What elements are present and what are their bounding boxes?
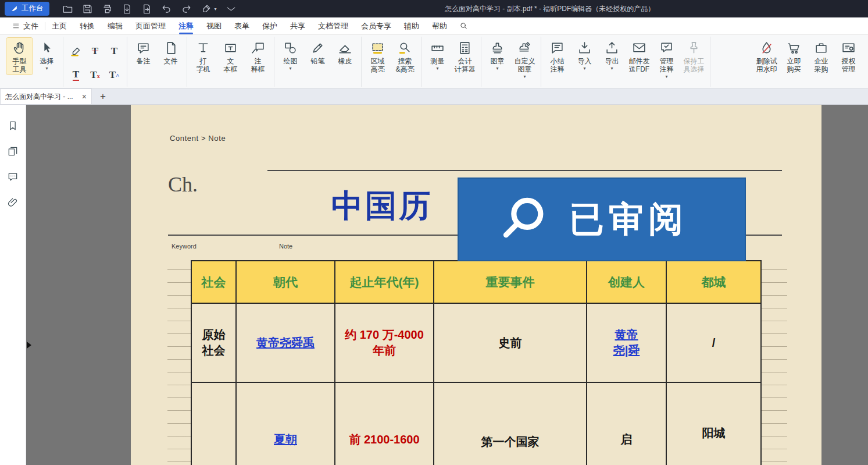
file-attachment-button[interactable]: 文件 bbox=[158, 38, 184, 66]
insert-text-button[interactable] bbox=[106, 65, 123, 86]
highlight-text-button[interactable] bbox=[67, 41, 85, 62]
open-folder-icon[interactable] bbox=[62, 3, 73, 15]
tool-label: 橡皮 bbox=[338, 57, 352, 65]
menu-page-management[interactable]: 页面管理 bbox=[129, 17, 172, 35]
enterprise-purchase-button[interactable]: 企业 采购 bbox=[808, 38, 834, 74]
briefcase-icon bbox=[814, 41, 828, 55]
menu-member-exclusive[interactable]: 会员专享 bbox=[355, 17, 398, 35]
redo-icon[interactable] bbox=[181, 3, 192, 15]
manage-comments-button[interactable]: 管理 注释 bbox=[653, 38, 680, 80]
tool-label: 删除试 用水印 bbox=[756, 57, 777, 73]
custom-stamp-icon bbox=[517, 41, 532, 55]
customize-toolbar-chevron-icon[interactable] bbox=[226, 3, 237, 15]
textbox-button[interactable]: 文 本框 bbox=[217, 38, 244, 74]
tool-label: 管理 注释 bbox=[660, 57, 674, 73]
calculator-icon bbox=[458, 41, 472, 55]
chevron-down-icon bbox=[45, 67, 48, 70]
search-icon bbox=[459, 22, 468, 30]
summary-note-icon bbox=[550, 41, 565, 55]
founder-link[interactable]: 黄帝 bbox=[615, 327, 638, 343]
select-tool-button[interactable]: 选择 bbox=[34, 38, 60, 72]
extract-page-icon[interactable] bbox=[141, 3, 152, 15]
accounting-calculator-button[interactable]: 会计 计算器 bbox=[452, 38, 478, 74]
menu-file[interactable]: 文件 bbox=[6, 17, 45, 35]
panel-expand-arrow[interactable] bbox=[27, 342, 31, 349]
new-tab-button[interactable] bbox=[100, 89, 106, 104]
tool-label: 区域 高亮 bbox=[371, 57, 385, 73]
menu-view[interactable]: 视图 bbox=[200, 17, 228, 35]
strikeout-text-icon bbox=[92, 46, 98, 56]
bookmarks-panel-icon[interactable] bbox=[7, 120, 19, 132]
remove-trial-watermark-button[interactable]: 删除试 用水印 bbox=[753, 38, 780, 74]
select-cursor-icon bbox=[40, 41, 54, 55]
chevron-down-icon bbox=[583, 67, 585, 70]
tool-label: 手型 工具 bbox=[13, 57, 27, 73]
underline-text-button[interactable] bbox=[67, 65, 85, 86]
export-page-icon[interactable] bbox=[122, 3, 133, 15]
hand-tool-button[interactable]: 手型 工具 bbox=[6, 38, 33, 74]
menu-search-button[interactable] bbox=[459, 22, 468, 30]
stamp-text: 已审阅 bbox=[569, 196, 688, 243]
undo-icon[interactable] bbox=[161, 3, 172, 15]
workspace-button[interactable]: 工作台 bbox=[5, 2, 49, 16]
close-tab-icon[interactable] bbox=[82, 92, 87, 101]
print-icon[interactable] bbox=[102, 3, 113, 15]
pages-panel-icon[interactable] bbox=[7, 145, 19, 157]
ribbon-group-manage: 小结 注释 导入 导出 邮件发 送FDF 管理 注释 保持工 具选择 bbox=[541, 37, 710, 87]
dynasty-link[interactable]: 夏朝 bbox=[274, 432, 297, 448]
menu-form[interactable]: 表单 bbox=[228, 17, 256, 35]
breadcrumb: Content > Note bbox=[170, 134, 226, 143]
menu-protect[interactable]: 保护 bbox=[256, 17, 284, 35]
chevron-down-icon[interactable]: ▾ bbox=[215, 6, 217, 12]
save-icon[interactable] bbox=[82, 3, 93, 15]
eraser-button[interactable]: 橡皮 bbox=[332, 38, 358, 66]
reviewed-stamp-annotation[interactable]: 已审阅 bbox=[458, 178, 746, 261]
menu-convert[interactable]: 转换 bbox=[73, 17, 101, 35]
workspace-label: 工作台 bbox=[22, 3, 44, 13]
note-button[interactable]: 备注 bbox=[130, 38, 156, 66]
cell-text: 前 2100-1600 bbox=[349, 432, 419, 448]
callout-icon bbox=[251, 41, 265, 55]
tool-label: 测量 bbox=[431, 57, 445, 65]
search-highlight-button[interactable]: 搜索 &高亮 bbox=[392, 38, 418, 74]
menu-home[interactable]: 主页 bbox=[45, 17, 73, 35]
pencil-button[interactable]: 铅笔 bbox=[305, 38, 331, 66]
drawing-button[interactable]: 绘图 bbox=[277, 38, 303, 72]
document-tab[interactable]: 怎么面对高中学习 - ... bbox=[0, 88, 92, 104]
summary-comments-button[interactable]: 小结 注释 bbox=[544, 38, 570, 74]
founder-link[interactable]: 尧|舜 bbox=[613, 343, 640, 358]
typewriter-icon bbox=[196, 41, 210, 55]
comments-panel-icon[interactable] bbox=[7, 171, 19, 183]
pencil-icon bbox=[310, 41, 325, 55]
strikeout-text-button[interactable] bbox=[87, 41, 104, 62]
menu-share[interactable]: 共享 bbox=[284, 17, 312, 35]
export-comments-button[interactable]: 导出 bbox=[599, 38, 625, 72]
area-highlight-icon bbox=[370, 41, 385, 55]
tool-label: 选择 bbox=[40, 57, 54, 65]
menu-document-management[interactable]: 文档管理 bbox=[312, 17, 355, 35]
menu-edit[interactable]: 编辑 bbox=[101, 17, 129, 35]
menu-accessibility[interactable]: 辅助 bbox=[398, 17, 426, 35]
quick-tool-icon[interactable] bbox=[201, 3, 212, 15]
typewriter-button[interactable]: 打 字机 bbox=[190, 38, 216, 74]
stamp-button[interactable]: 图章 bbox=[484, 38, 510, 72]
document-viewport: Content > Note Ch. 中国历 Keyword Note 已审阅 … bbox=[26, 105, 868, 465]
chevron-down-icon bbox=[665, 75, 667, 79]
import-comments-button[interactable]: 导入 bbox=[571, 38, 598, 72]
menu-help[interactable]: 帮助 bbox=[426, 17, 453, 35]
license-management-button[interactable]: 授权 管理 bbox=[835, 38, 862, 74]
menu-comment[interactable]: 注释 bbox=[172, 17, 200, 35]
custom-stamp-button[interactable]: 自定义 图章 bbox=[512, 38, 538, 80]
attachments-panel-icon[interactable] bbox=[7, 197, 19, 208]
tool-label: 打 字机 bbox=[197, 57, 210, 73]
dynasty-link[interactable]: 黄帝尧舜禹 bbox=[256, 335, 315, 351]
notebook-ticks-left bbox=[167, 257, 191, 465]
callout-button[interactable]: 注 释框 bbox=[245, 38, 271, 74]
plain-text-markup-button[interactable] bbox=[106, 41, 123, 62]
tool-label: 导出 bbox=[605, 57, 619, 65]
buy-now-button[interactable]: 立即 购买 bbox=[781, 38, 807, 74]
email-fdf-button[interactable]: 邮件发 送FDF bbox=[626, 38, 652, 74]
measure-button[interactable]: 测量 bbox=[424, 38, 451, 72]
replace-text-button[interactable] bbox=[87, 65, 104, 86]
area-highlight-button[interactable]: 区域 高亮 bbox=[365, 38, 391, 74]
